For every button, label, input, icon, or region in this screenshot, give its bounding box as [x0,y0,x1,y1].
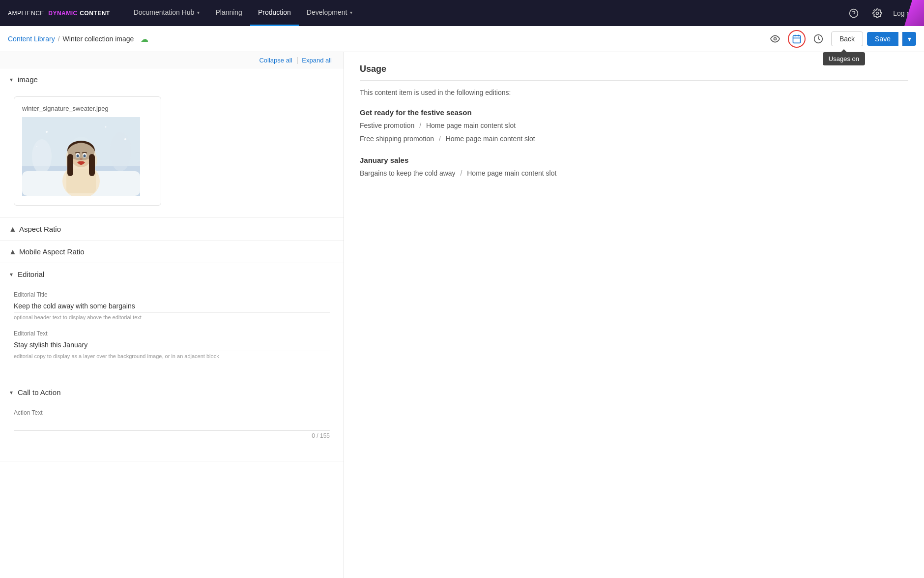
nav-production[interactable]: Production [250,0,299,26]
nav-development[interactable]: Development ▾ [299,0,361,26]
chevron-down-icon: ▾ [350,10,352,15]
svg-point-24 [84,154,86,157]
svg-point-29 [124,138,126,140]
image-upload-card[interactable]: winter_signature_sweater.jpeg [14,96,161,206]
editorial-title-label: Editorial Title [14,291,330,298]
image-filename: winter_signature_sweater.jpeg [22,105,153,112]
brand-logo: AMPLIENCE DYNAMIC CONTENT [8,9,110,17]
chevron-down-icon: ▾ [10,389,13,396]
chevron-right-icon: ▶ [9,227,16,231]
section-editorial-body: Editorial Title optional header text to … [0,285,344,381]
nav-right-actions: Log out [846,5,916,21]
nav-items: Documentation Hub ▾ Planning Production … [126,0,846,26]
sub-header-actions: Back Save ▾ [766,30,916,48]
help-icon-button[interactable] [846,5,862,21]
svg-point-25 [80,158,83,160]
editorial-title-group: Editorial Title optional header text to … [14,291,330,320]
svg-point-26 [46,131,48,133]
editorial-title-hint: optional header text to display above th… [14,314,330,320]
section-cta-title: Call to Action [18,388,61,396]
cloud-sync-icon: ☁ [141,34,148,44]
svg-point-2 [876,12,879,14]
history-icon-button[interactable] [809,30,827,48]
editorial-text-input[interactable] [14,339,330,351]
section-mobile-aspect-ratio: ▶ Mobile Aspect Ratio [0,241,344,263]
breadcrumb-page-title: Winter collection image [63,35,134,43]
usages-tooltip: Usages on [823,52,865,65]
section-image-body: winter_signature_sweater.jpeg [0,91,344,217]
svg-point-12 [110,132,131,171]
breadcrumb: Content Library / Winter collection imag… [8,34,148,44]
back-button[interactable]: Back [831,31,863,46]
settings-icon-button[interactable] [869,5,885,21]
usage-edition-1-title: January sales [360,156,908,164]
section-editorial-header[interactable]: ▾ Editorial [0,263,344,285]
save-button[interactable]: Save [867,32,898,46]
sub-header: Content Library / Winter collection imag… [0,26,924,52]
main-layout: Collapse all | Expand all ▾ image winter… [0,52,924,578]
svg-rect-4 [793,35,800,43]
left-panel: Collapse all | Expand all ▾ image winter… [0,52,344,578]
usage-panel-description: This content item is used in the followi… [360,89,908,96]
brand-content: CONTENT [80,10,110,17]
section-aspect-ratio-header[interactable]: ▶ Aspect Ratio [0,218,344,240]
section-editorial-title: Editorial [18,270,44,278]
section-aspect-ratio: ▶ Aspect Ratio [0,218,344,241]
nav-documentation-hub[interactable]: Documentation Hub ▾ [126,0,208,26]
usage-edition-0-title: Get ready for the festive season [360,108,908,117]
save-dropdown-button[interactable]: ▾ [902,32,916,46]
usage-edition-0: Get ready for the festive season Festive… [360,108,908,144]
section-cta-header[interactable]: ▾ Call to Action [0,381,344,403]
svg-rect-20 [89,154,95,176]
char-count: 0 / 155 [14,432,330,439]
section-editorial: ▾ Editorial Editorial Title optional hea… [0,263,344,381]
nav-planning[interactable]: Planning [207,0,250,26]
svg-point-28 [36,146,37,147]
svg-point-23 [77,154,79,157]
section-mobile-aspect-ratio-title: Mobile Aspect Ratio [19,247,85,256]
preview-icon-button[interactable] [766,30,784,48]
section-aspect-ratio-title: Aspect Ratio [19,225,61,233]
action-text-label: Action Text [14,409,330,416]
usages-icon-button[interactable] [788,30,806,48]
action-text-group: Action Text 0 / 155 [14,409,330,439]
svg-point-27 [105,126,107,128]
collapse-bar: Collapse all | Expand all [0,52,344,68]
breadcrumb-separator: / [58,35,60,43]
usage-edition-1: January sales Bargains to keep the cold … [360,156,908,179]
right-panel: Usage This content item is used in the f… [344,52,924,578]
editorial-text-label: Editorial Text [14,330,330,337]
usage-edition-0-item-0: Festive promotion / Home page main conte… [360,121,908,131]
chevron-down-icon: ▾ [10,76,13,83]
section-image-header[interactable]: ▾ image [0,68,344,91]
editorial-title-input[interactable] [14,300,330,312]
usage-edition-0-item-1: Free shipping promotion / Home page main… [360,134,908,144]
top-nav: AMPLIENCE DYNAMIC CONTENT Documentation … [0,0,924,26]
editorial-text-group: Editorial Text editorial copy to display… [14,330,330,359]
section-cta-body: Action Text 0 / 155 [0,403,344,461]
editorial-text-hint: editorial copy to display as a layer ove… [14,353,330,359]
section-call-to-action: ▾ Call to Action Action Text 0 / 155 [0,381,344,461]
chevron-down-icon: ▾ [197,10,200,15]
expand-all-button[interactable]: Expand all [302,57,332,64]
svg-point-3 [774,38,776,40]
section-image: ▾ image winter_signature_sweater.jpeg [0,68,344,218]
chevron-down-icon: ▾ [10,271,13,278]
brand-dynamic: DYNAMIC [48,10,78,17]
svg-rect-19 [67,154,73,176]
action-text-input[interactable] [14,418,330,430]
chevron-right-icon: ▶ [9,249,16,254]
brand-amplience: AMPLIENCE [8,10,44,17]
usage-edition-1-item-0: Bargains to keep the cold away / Home pa… [360,168,908,179]
usage-panel-title: Usage [360,64,908,81]
breadcrumb-content-library[interactable]: Content Library [8,35,55,43]
collapse-all-button[interactable]: Collapse all [259,57,292,64]
section-mobile-aspect-ratio-header[interactable]: ▶ Mobile Aspect Ratio [0,241,344,263]
image-preview [22,117,140,196]
svg-point-11 [32,139,52,174]
section-image-title: image [18,75,38,84]
